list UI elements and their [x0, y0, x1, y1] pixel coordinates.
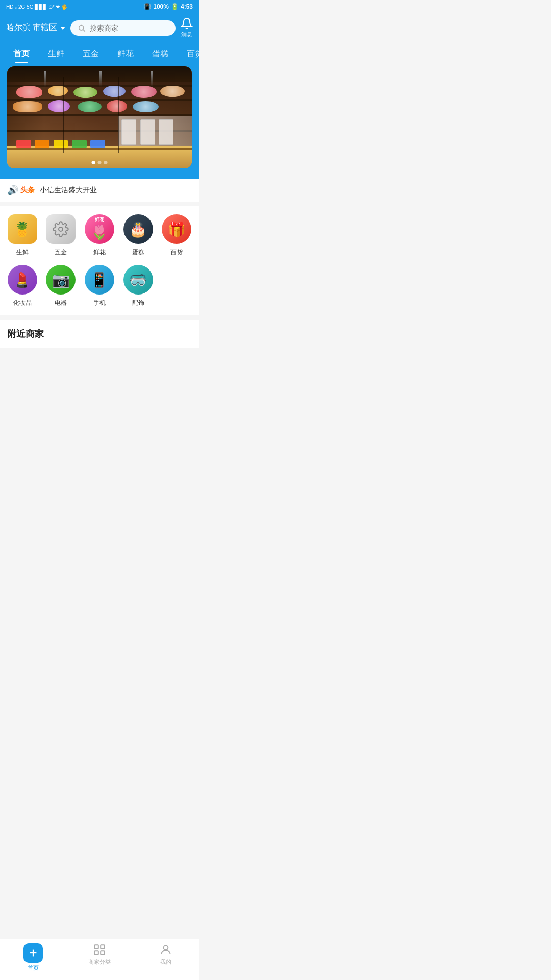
search-bar[interactable]	[70, 20, 176, 36]
main-content: 🔊 头条 小信生活盛大开业 🍍 生鲜	[0, 66, 199, 388]
nearby-title: 附近商家	[7, 328, 192, 340]
chevron-down-icon	[60, 27, 65, 30]
toutiao-badge: 头条	[20, 186, 35, 195]
category-icon-huazhuang: 💄	[8, 265, 37, 295]
search-icon	[78, 24, 86, 32]
banner-dots	[92, 161, 108, 164]
category-icon-shengxian: 🍍	[8, 214, 37, 244]
tab-xianhua[interactable]: 鲜花	[108, 45, 143, 62]
svg-rect-8	[101, 951, 105, 955]
vibrate-icon: 📳	[143, 3, 151, 10]
dot-3	[104, 161, 108, 164]
banner-container	[0, 66, 199, 179]
category-shouji[interactable]: 📱 手机	[81, 265, 118, 307]
dot-2	[98, 161, 102, 164]
bottom-nav: 首页 商家分类 我的	[0, 939, 199, 980]
banner-image[interactable]	[7, 66, 192, 168]
bottom-nav-mine[interactable]: 我的	[133, 943, 199, 972]
category-label-shengxian: 生鲜	[16, 248, 29, 257]
city-name: 哈尔滨	[6, 22, 31, 33]
search-input[interactable]	[90, 24, 168, 32]
header: 哈尔滨 市辖区 消息	[0, 12, 199, 45]
category-label-peidai: 配饰	[132, 299, 144, 307]
home-plus-icon	[23, 943, 43, 963]
svg-rect-7	[94, 951, 98, 955]
notification-button[interactable]: 消息	[181, 17, 193, 38]
category-icon-shouji: 📱	[85, 265, 114, 295]
speaker-icon: 🔊	[7, 185, 18, 196]
location-button[interactable]: 哈尔滨 市辖区	[6, 22, 65, 33]
category-label-dianqi: 电器	[55, 299, 67, 307]
category-peidai[interactable]: 🥽 配饰	[120, 265, 157, 307]
category-grid: 🍍 生鲜 五金 鲜花 🌷	[4, 214, 195, 307]
news-ticker: 🔊 头条 小信生活盛大开业	[0, 179, 199, 202]
category-baihuo[interactable]: 🎁 百货	[158, 214, 195, 257]
category-label-huazhuang: 化妆品	[13, 299, 32, 307]
merchants-icon	[93, 943, 106, 957]
ticker-badge: 🔊 头条	[7, 185, 35, 196]
bottom-label-home: 首页	[28, 964, 39, 972]
category-shengxian[interactable]: 🍍 生鲜	[4, 214, 41, 257]
svg-point-2	[59, 227, 63, 231]
notification-label: 消息	[181, 31, 192, 38]
category-huazhuang[interactable]: 💄 化妆品	[4, 265, 41, 307]
status-info: HD ₐ 2G 5G ▊▊▊	[6, 4, 47, 10]
status-left: HD ₐ 2G 5G ▊▊▊ ⊙² ❤ 🖐	[6, 4, 67, 10]
tab-home[interactable]: 首页	[4, 45, 39, 62]
bottom-label-mine: 我的	[160, 958, 171, 966]
bottom-nav-merchants[interactable]: 商家分类	[66, 943, 133, 972]
tab-dangao[interactable]: 蛋糕	[143, 45, 178, 62]
category-label-wujin: 五金	[55, 248, 67, 257]
category-label-baihuo: 百货	[170, 248, 183, 257]
tab-baihuo[interactable]: 百货	[178, 45, 199, 62]
battery-level: 100%	[153, 3, 169, 10]
category-icon-dangao: 🎂	[123, 214, 153, 244]
category-wujin[interactable]: 五金	[43, 214, 80, 257]
category-section: 🍍 生鲜 五金 鲜花 🌷	[0, 206, 199, 315]
category-label-shouji: 手机	[93, 299, 106, 307]
category-dangao[interactable]: 🎂 蛋糕	[120, 214, 157, 257]
district-name: 市辖区	[33, 22, 57, 33]
svg-point-0	[79, 25, 84, 30]
status-right: 📳 100% 🔋 4:53	[143, 3, 193, 10]
category-label-xianhua: 鲜花	[93, 248, 106, 257]
gear-icon	[53, 221, 69, 237]
category-xianhua[interactable]: 鲜花 🌷 鲜花	[81, 214, 118, 257]
category-icon-dianqi: 📷	[46, 265, 76, 295]
bottom-label-merchants: 商家分类	[88, 958, 111, 966]
category-icon-peidai: 🥽	[123, 265, 153, 295]
category-label-dangao: 蛋糕	[132, 248, 144, 257]
tab-shengxian[interactable]: 生鲜	[39, 45, 73, 62]
grid-spacer	[158, 265, 195, 307]
category-icon-baihuo: 🎁	[162, 214, 191, 244]
clock: 4:53	[181, 3, 193, 10]
status-bar: HD ₐ 2G 5G ▊▊▊ ⊙² ❤ 🖐 📳 100% 🔋 4:53	[0, 0, 199, 12]
dot-1	[92, 161, 95, 164]
nearby-section: 附近商家	[0, 320, 199, 348]
ticker-content: 小信生活盛大开业	[40, 186, 97, 195]
svg-line-1	[83, 30, 85, 32]
category-icon-wujin	[46, 214, 76, 244]
person-icon	[159, 943, 172, 957]
bottom-nav-home[interactable]: 首页	[0, 943, 66, 972]
svg-rect-6	[101, 945, 105, 949]
category-icon-xianhua: 鲜花 🌷	[85, 214, 114, 244]
svg-point-9	[164, 945, 168, 950]
category-dianqi[interactable]: 📷 电器	[43, 265, 80, 307]
battery-icon: 🔋	[171, 3, 179, 10]
svg-rect-5	[94, 945, 98, 949]
tab-wujin[interactable]: 五金	[73, 45, 108, 62]
bell-icon	[181, 17, 193, 30]
nav-tabs: 首页 生鲜 五金 鲜花 蛋糕 百货 化妆	[0, 45, 199, 66]
